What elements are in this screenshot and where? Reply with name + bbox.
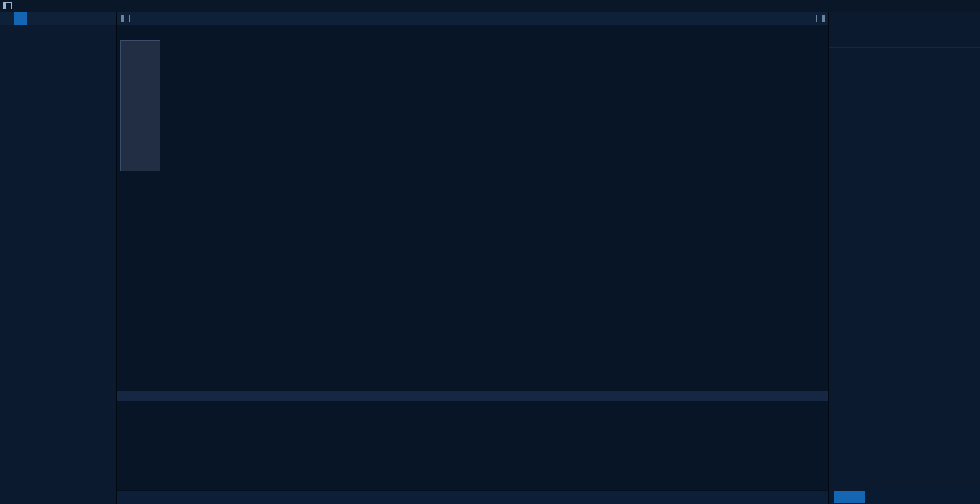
group-selector[interactable] <box>0 12 8 25</box>
titlebar <box>0 0 980 12</box>
order-book-button[interactable] <box>834 491 865 503</box>
tick-list[interactable] <box>829 103 980 490</box>
chevron-down-icon[interactable] <box>8 12 14 25</box>
quote-title <box>837 16 842 24</box>
panel-bottom-bar <box>829 490 980 504</box>
quote-grid <box>829 47 980 51</box>
price-chart-pane[interactable] <box>117 25 828 391</box>
sidebar-header <box>0 12 116 25</box>
app-logo-icon <box>3 2 12 9</box>
macd-header <box>117 391 828 401</box>
time-axis <box>117 480 828 490</box>
macd-chart-svg[interactable] <box>117 401 828 480</box>
indicator-tabs <box>117 490 828 504</box>
group-tab-active[interactable] <box>14 12 27 25</box>
price-chart-svg[interactable] <box>117 25 828 391</box>
collapse-left-panel-icon[interactable] <box>121 15 130 22</box>
chart-toolbar <box>117 12 828 25</box>
collapse-right-panel-icon[interactable] <box>816 15 825 22</box>
crosshair-tooltip <box>120 40 160 171</box>
sidebar <box>0 12 117 504</box>
quote-price-line <box>837 29 848 41</box>
chart-area <box>117 12 828 504</box>
chart-pane-header <box>126 26 149 34</box>
quote-panel <box>828 12 980 504</box>
